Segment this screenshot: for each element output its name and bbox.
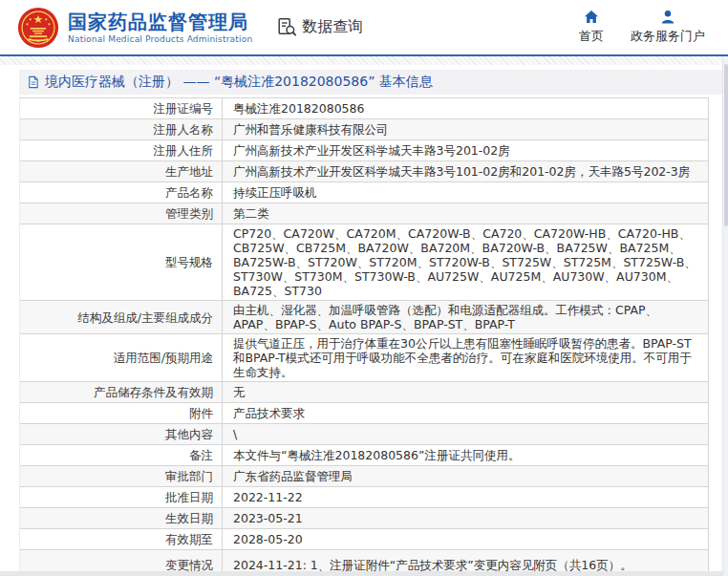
table-row: 其他内容 \ xyxy=(20,424,708,445)
row-label: 审批部门 xyxy=(20,466,223,486)
scrollbar-thumb[interactable] xyxy=(724,64,728,226)
nav-item-home[interactable]: 首页 xyxy=(579,10,604,45)
row-label: 适用范围/预期用途 xyxy=(20,334,223,381)
row-label: 备注 xyxy=(20,445,223,465)
row-label: 注册人名称 xyxy=(20,119,223,139)
row-value: 本文件与“粤械注准20182080586”注册证共同使用。 xyxy=(223,445,708,465)
table-row: 审批部门 广东省药品监督管理局 xyxy=(20,466,708,487)
table-row: 注册人名称 广州和普乐健康科技有限公司 xyxy=(20,119,708,140)
brand-text: 国家药品监督管理局 National Medical Products Admi… xyxy=(68,11,252,44)
row-label: 批准日期 xyxy=(20,487,223,507)
footer-band xyxy=(0,571,728,576)
row-label: 其他内容 xyxy=(20,424,223,444)
row-value: 第二类 xyxy=(223,203,708,224)
main-content: 境内医疗器械（注册） —— “粤械注准20182080586” 基本信息 注册证… xyxy=(0,65,728,576)
nav-portal-label: 政务服务门户 xyxy=(631,28,705,45)
table-row: 生效日期 2023-05-21 xyxy=(20,508,708,529)
nav-item-portal[interactable]: 政务服务门户 xyxy=(631,10,705,45)
row-label: 产品储存条件及有效期 xyxy=(20,382,223,402)
table-row: 产品储存条件及有效期 无 xyxy=(20,382,708,403)
row-label: 型号规格 xyxy=(20,224,223,300)
table-row: 备注 本文件与“粤械注准20182080586”注册证共同使用。 xyxy=(20,445,708,466)
registration-detail-table: 注册证编号 粤械注准20182080586 注册人名称 广州和普乐健康科技有限公… xyxy=(19,97,709,576)
row-value: 无 xyxy=(223,382,708,402)
hatch-divider xyxy=(0,56,728,65)
row-label: 生产地址 xyxy=(20,161,223,181)
data-query-section[interactable]: 数据查询 xyxy=(277,17,363,37)
table-row: 型号规格 CP720、CA720W、CA720M、CA720W-B、CA720、… xyxy=(20,224,708,301)
brand: 国家药品监督管理局 National Medical Products Admi… xyxy=(17,7,252,49)
table-row: 注册人住所 广州高新技术产业开发区科学城天丰路3号201-02房 xyxy=(20,140,708,161)
table-row: 适用范围/预期用途 提供气道正压，用于治疗体重在30公斤以上患有阻塞性睡眠呼吸暂… xyxy=(20,334,708,382)
row-label: 注册人住所 xyxy=(20,140,223,160)
table-row: 产品名称 持续正压呼吸机 xyxy=(20,182,708,203)
row-label: 有效期至 xyxy=(20,529,223,549)
row-label: 结构及组成/主要组成成分 xyxy=(20,301,223,333)
site-header: 国家药品监督管理局 National Medical Products Admi… xyxy=(0,0,728,56)
brand-title: 国家药品监督管理局 xyxy=(68,11,252,33)
row-value: 广东省药品监督管理局 xyxy=(223,466,708,486)
brand-subtitle: National Medical Products Administration xyxy=(68,34,252,44)
user-icon xyxy=(660,10,675,24)
page-icon xyxy=(27,75,39,89)
row-value: 产品技术要求 xyxy=(223,403,708,423)
row-value: \ xyxy=(223,424,708,444)
table-row: 管理类别 第二类 xyxy=(20,203,708,224)
row-value: 广州高新技术产业开发区科学城天丰路3号201-02房 xyxy=(223,140,708,160)
document-search-icon xyxy=(277,17,297,37)
nav-home-label: 首页 xyxy=(579,28,604,45)
row-label: 管理类别 xyxy=(20,203,223,224)
row-value: 粤械注准20182080586 xyxy=(223,98,708,118)
table-row: 注册证编号 粤械注准20182080586 xyxy=(20,98,708,119)
home-icon xyxy=(584,10,599,24)
table-row: 有效期至 2028-05-20 xyxy=(20,529,708,550)
national-emblem-icon xyxy=(17,7,59,49)
top-nav: 首页 政务服务门户 xyxy=(579,10,713,45)
page-scrollbar[interactable] xyxy=(722,58,728,576)
page-title-bar: 境内医疗器械（注册） —— “粤械注准20182080586” 基本信息 xyxy=(19,70,722,95)
table-row: 批准日期 2022-11-22 xyxy=(20,487,708,508)
row-value: 提供气道正压，用于治疗体重在30公斤以上患有阻塞性睡眠呼吸暂停的患者。BPAP-… xyxy=(223,334,708,381)
table-row: 附件 产品技术要求 xyxy=(20,403,708,424)
data-query-label: 数据查询 xyxy=(302,17,363,37)
table-row: 生产地址 广州高新技术产业开发区科学城天丰路3号101-02房和201-02房，… xyxy=(20,161,708,182)
row-value: 广州和普乐健康科技有限公司 xyxy=(223,119,708,139)
row-value: 2022-11-22 xyxy=(223,487,708,507)
row-value: CP720、CA720W、CA720M、CA720W-B、CA720、CA720… xyxy=(223,224,708,300)
row-label: 附件 xyxy=(20,403,223,423)
row-value: 持续正压呼吸机 xyxy=(223,182,708,203)
row-label: 生效日期 xyxy=(20,508,223,528)
row-value: 由主机、湿化器、加温呼吸管路（选配）和电源适配器组成。工作模式：CPAP、APA… xyxy=(223,301,708,333)
row-value: 2023-05-21 xyxy=(223,508,708,528)
row-value: 广州高新技术产业开发区科学城天丰路3号101-02房和201-02房，天丰路5号… xyxy=(223,161,708,181)
table-row: 结构及组成/主要组成成分 由主机、湿化器、加温呼吸管路（选配）和电源适配器组成。… xyxy=(20,301,708,334)
row-label: 产品名称 xyxy=(20,182,223,203)
row-label: 注册证编号 xyxy=(20,98,223,118)
page-title: 境内医疗器械（注册） —— “粤械注准20182080586” 基本信息 xyxy=(45,74,433,91)
row-value: 2028-05-20 xyxy=(223,529,708,549)
